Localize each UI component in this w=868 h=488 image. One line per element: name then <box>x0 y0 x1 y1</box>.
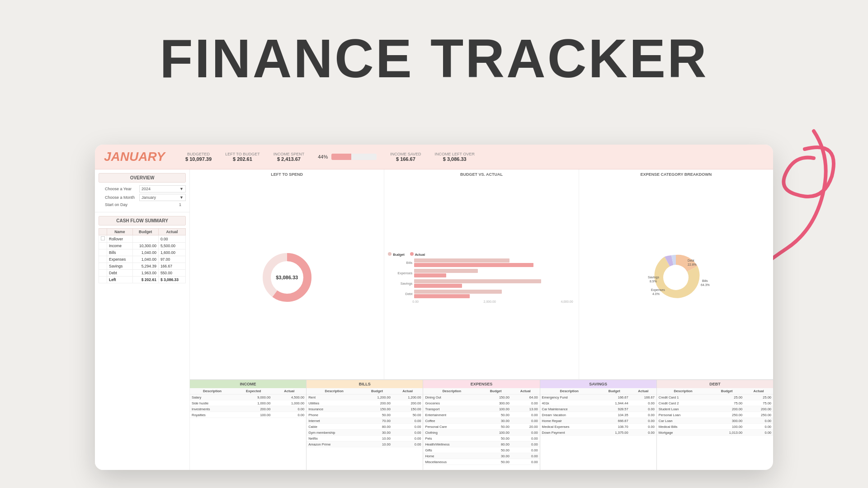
year-row: Choose a Year 2024 ▼ <box>99 185 186 192</box>
list-item: Dream Vacation104.350.00 <box>540 412 656 418</box>
donut-chart: $3,086.33 <box>260 250 314 305</box>
income-table: Description Expected Actual Salary9,000.… <box>190 388 306 418</box>
savings-header: SAVINGS <box>540 380 656 388</box>
svg-text:Expenses: Expenses <box>651 288 665 292</box>
list-item: Credit Card 125.0025.00 <box>657 394 773 400</box>
expense-breakdown-chart: EXPENSE CATEGORY BREAKDOWN <box>579 169 773 379</box>
chevron-down-icon: ▼ <box>179 195 184 200</box>
list-item: Student Loan200.00200.00 <box>657 406 773 412</box>
bar-row-bills: Bills <box>390 258 573 267</box>
income-section: INCOME Description Expected Actual Salar… <box>190 380 307 470</box>
bills-section: BILLS Description Budget Actual Rent1,20… <box>307 380 423 470</box>
list-item: Gym membership30.000.00 <box>307 430 423 436</box>
spreadsheet-wrapper: JANUARY Budgeted $ 10,097.39 Left to Bud… <box>95 145 773 470</box>
income-progress: 44% <box>318 154 377 160</box>
bills-table: Description Budget Actual Rent1,200.001,… <box>307 388 423 447</box>
cashflow-row: Rollover 0.00 <box>99 235 186 243</box>
list-item: Miscellaneous50.000.00 <box>423 459 539 465</box>
income-saved-stat: Income Saved $ 166.67 <box>390 152 421 162</box>
budgeted-stat: Budgeted $ 10,097.39 <box>185 152 212 162</box>
savings-table: Description Budget Actual Emergency Fund… <box>540 388 656 436</box>
data-tables: INCOME Description Expected Actual Salar… <box>190 380 773 470</box>
debt-section: DEBT Description Budget Actual Credit Ca… <box>657 380 773 470</box>
startday-row: Start on Day 1 <box>99 202 186 207</box>
list-item: Netflix10.000.00 <box>307 436 423 441</box>
header-bar: JANUARY Budgeted $ 10,097.39 Left to Bud… <box>95 145 773 169</box>
income-spent-stat: Income Spent $ 2,413.67 <box>274 152 305 162</box>
cashflow-section: CASH FLOW SUMMARY Name Budget Actual Rol… <box>95 212 189 287</box>
svg-text:Savings: Savings <box>648 276 659 279</box>
bar-rows: Bills Expenses <box>388 258 575 300</box>
list-item: Home Repair666.670.00 <box>540 418 656 424</box>
list-item: Credit Card 275.0075.00 <box>657 400 773 406</box>
svg-text:8.9%: 8.9% <box>650 280 657 283</box>
debt-table: Description Budget Actual Credit Card 12… <box>657 388 773 436</box>
charts-area: LEFT TO SPEND $3,086.33 BUDGET VS. A <box>190 169 773 470</box>
income-left-stat: Income Left Over $ 3,086.33 <box>435 152 475 162</box>
list-item: Car Maintenance928.570.00 <box>540 406 656 412</box>
income-header: INCOME <box>190 380 306 388</box>
cashflow-row: Debt 1,963.00 550.00 <box>99 270 186 277</box>
list-item: Phone50.0050.00 <box>307 412 423 418</box>
list-item: Rent1,200.001,200.00 <box>307 394 423 400</box>
list-item: Coffee30.000.00 <box>423 418 539 424</box>
list-item: Car Loan300.000.00 <box>657 418 773 424</box>
list-item: Mortgage1,013.000.00 <box>657 430 773 436</box>
list-item: Amazon Prime10.000.00 <box>307 441 423 447</box>
expenses-table: Description Budget Actual Dining Out150.… <box>423 388 539 465</box>
svg-text:Debt: Debt <box>688 259 694 262</box>
svg-point-2 <box>663 265 689 290</box>
cashflow-table: Name Budget Actual Rollover 0.00 Income … <box>99 228 186 283</box>
list-item: Transport100.0013.00 <box>423 406 539 412</box>
list-item: Cable80.000.00 <box>307 424 423 430</box>
list-item: Medical Bills100.000.00 <box>657 424 773 430</box>
x-axis-labels: 0.00 2,000.00 4,000.00 <box>388 300 575 303</box>
cashflow-row: Savings 5,294.39 166.67 <box>99 263 186 270</box>
list-item: Investments200.000.00 <box>190 406 306 412</box>
left-to-budget-stat: Left to Budget $ 202.61 <box>225 152 260 162</box>
bills-header: BILLS <box>307 380 423 388</box>
debt-header: DEBT <box>657 380 773 388</box>
list-item: Insurance150.00150.00 <box>307 406 423 412</box>
svg-text:4.0%: 4.0% <box>652 292 660 296</box>
cashflow-row: Expenses 1,040.00 97.00 <box>99 256 186 263</box>
list-item: Personal Care50.0020.00 <box>423 424 539 430</box>
charts-row: LEFT TO SPEND $3,086.33 BUDGET VS. A <box>190 169 773 380</box>
savings-section: SAVINGS Description Budget Actual Emerge… <box>540 380 657 470</box>
list-item: Salary9,000.004,500.00 <box>190 394 306 400</box>
list-item: Home30.000.00 <box>423 453 539 459</box>
list-item: Internet70.000.00 <box>307 418 423 424</box>
left-panel: OVERVIEW Choose a Year 2024 ▼ Choose a M… <box>95 169 190 470</box>
svg-text:22.8%: 22.8% <box>688 263 697 266</box>
month-select[interactable]: January ▼ <box>139 194 186 201</box>
list-item: Clothing100.000.00 <box>423 430 539 436</box>
bar-row-savings: Savings <box>390 279 573 288</box>
list-item: Emergency Fund166.67166.67 <box>540 394 656 400</box>
month-title: JANUARY <box>104 150 185 164</box>
list-item: Pets50.000.00 <box>423 436 539 441</box>
list-item: Personal Loan250.00250.00 <box>657 412 773 418</box>
list-item: Utilities200.00200.00 <box>307 400 423 406</box>
left-to-spend-chart: LEFT TO SPEND $3,086.33 <box>190 169 384 379</box>
bar-row-expenses: Expenses <box>390 269 573 277</box>
budget-vs-actual-chart: BUDGET VS. ACTUAL Budget Actual Bills <box>384 169 579 379</box>
list-item: 401k1,944.440.00 <box>540 400 656 406</box>
page-title: FINANCE TRACKER <box>0 0 868 89</box>
bar-row-debt: Debt <box>390 290 573 298</box>
bar-legend: Budget Actual <box>388 252 425 257</box>
svg-text:Bills: Bills <box>702 279 708 282</box>
expenses-section: EXPENSES Description Budget Actual Dinin… <box>423 380 540 470</box>
list-item: Gifts50.000.00 <box>423 447 539 453</box>
list-item: Health/Wellness80.000.00 <box>423 441 539 447</box>
list-item: Dining Out150.0064.00 <box>423 394 539 400</box>
overview-header: OVERVIEW <box>99 173 186 183</box>
cashflow-row: Left $ 202.61 $ 3,086.33 <box>99 277 186 283</box>
progress-bar-fill <box>331 154 351 160</box>
month-row: Choose a Month January ▼ <box>99 194 186 201</box>
list-item: Side hustle1,000.001,000.00 <box>190 400 306 406</box>
chevron-down-icon: ▼ <box>179 187 184 191</box>
year-select[interactable]: 2024 ▼ <box>139 185 186 192</box>
svg-text:64.3%: 64.3% <box>701 283 710 286</box>
expenses-header: EXPENSES <box>423 380 539 388</box>
list-item: Down Payment1,375.000.00 <box>540 430 656 436</box>
